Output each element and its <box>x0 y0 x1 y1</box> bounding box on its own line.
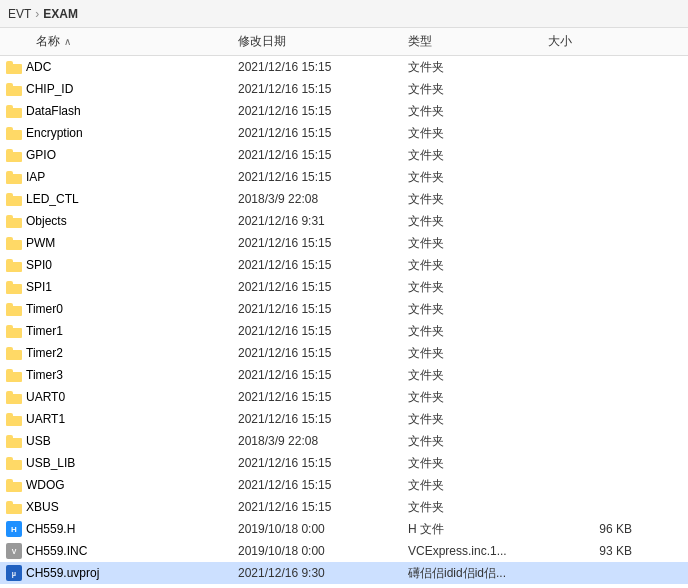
table-row[interactable]: Timer0 2021/12/16 15:15 文件夹 <box>0 298 688 320</box>
cell-type: 文件夹 <box>400 499 540 516</box>
table-row[interactable]: SPI1 2021/12/16 15:15 文件夹 <box>0 276 688 298</box>
col-header-name[interactable]: 名称 ∧ <box>0 33 230 50</box>
folder-icon <box>6 236 22 250</box>
cell-name: Timer0 <box>0 302 230 316</box>
cell-date: 2021/12/16 15:15 <box>230 500 400 514</box>
file-name-label: WDOG <box>26 478 65 492</box>
table-row[interactable]: USB 2018/3/9 22:08 文件夹 <box>0 430 688 452</box>
cell-date: 2021/12/16 15:15 <box>230 412 400 426</box>
cell-type: 文件夹 <box>400 59 540 76</box>
table-row[interactable]: LED_CTL 2018/3/9 22:08 文件夹 <box>0 188 688 210</box>
cell-date: 2021/12/16 9:31 <box>230 214 400 228</box>
file-name-label: XBUS <box>26 500 59 514</box>
table-row[interactable]: DataFlash 2021/12/16 15:15 文件夹 <box>0 100 688 122</box>
breadcrumb-root[interactable]: EVT <box>8 7 31 21</box>
cell-type: 文件夹 <box>400 301 540 318</box>
folder-icon <box>6 148 22 162</box>
cell-type: 文件夹 <box>400 279 540 296</box>
cell-name: Timer3 <box>0 368 230 382</box>
cell-type: VCExpress.inc.1... <box>400 544 540 558</box>
folder-icon <box>6 126 22 140</box>
table-row[interactable]: XBUS 2021/12/16 15:15 文件夹 <box>0 496 688 518</box>
folder-icon <box>6 500 22 514</box>
folder-icon <box>6 368 22 382</box>
cell-name: V CH559.INC <box>0 543 230 559</box>
table-row[interactable]: Timer2 2021/12/16 15:15 文件夹 <box>0 342 688 364</box>
column-headers: 名称 ∧ 修改日期 类型 大小 <box>0 28 688 56</box>
file-name-label: DataFlash <box>26 104 81 118</box>
file-name-label: CHIP_ID <box>26 82 73 96</box>
file-name-label: Timer3 <box>26 368 63 382</box>
table-row[interactable]: μ CH559.uvproj 2021/12/16 9:30 礡侣侣idid侣i… <box>0 562 688 584</box>
table-row[interactable]: Encryption 2021/12/16 15:15 文件夹 <box>0 122 688 144</box>
cell-date: 2021/12/16 15:15 <box>230 280 400 294</box>
cell-name: USB <box>0 434 230 448</box>
folder-icon <box>6 412 22 426</box>
table-row[interactable]: IAP 2021/12/16 15:15 文件夹 <box>0 166 688 188</box>
cell-date: 2021/12/16 15:15 <box>230 236 400 250</box>
file-name-label: GPIO <box>26 148 56 162</box>
cell-date: 2019/10/18 0:00 <box>230 544 400 558</box>
table-row[interactable]: GPIO 2021/12/16 15:15 文件夹 <box>0 144 688 166</box>
col-header-type[interactable]: 类型 <box>400 33 540 50</box>
table-row[interactable]: UART0 2021/12/16 15:15 文件夹 <box>0 386 688 408</box>
table-row[interactable]: ADC 2021/12/16 15:15 文件夹 <box>0 56 688 78</box>
table-row[interactable]: USB_LIB 2021/12/16 15:15 文件夹 <box>0 452 688 474</box>
cell-name: Objects <box>0 214 230 228</box>
cell-type: 文件夹 <box>400 477 540 494</box>
cell-name: UART0 <box>0 390 230 404</box>
cell-type: H 文件 <box>400 521 540 538</box>
folder-icon <box>6 324 22 338</box>
folder-icon <box>6 170 22 184</box>
cell-size: 96 KB <box>540 522 640 536</box>
table-row[interactable]: Timer1 2021/12/16 15:15 文件夹 <box>0 320 688 342</box>
cell-name: UART1 <box>0 412 230 426</box>
file-name-label: PWM <box>26 236 55 250</box>
file-name-label: UART0 <box>26 390 65 404</box>
cell-name: WDOG <box>0 478 230 492</box>
cell-name: XBUS <box>0 500 230 514</box>
cell-type: 文件夹 <box>400 103 540 120</box>
cell-size: 93 KB <box>540 544 640 558</box>
folder-icon <box>6 60 22 74</box>
cell-date: 2021/12/16 15:15 <box>230 390 400 404</box>
cell-date: 2021/12/16 15:15 <box>230 258 400 272</box>
col-header-size[interactable]: 大小 <box>540 33 640 50</box>
cell-name: Timer2 <box>0 346 230 360</box>
file-name-label: Timer2 <box>26 346 63 360</box>
folder-icon <box>6 258 22 272</box>
file-name-label: Timer1 <box>26 324 63 338</box>
file-name-label: Objects <box>26 214 67 228</box>
table-row[interactable]: H CH559.H 2019/10/18 0:00 H 文件 96 KB <box>0 518 688 540</box>
cell-type: 文件夹 <box>400 169 540 186</box>
table-row[interactable]: Timer3 2021/12/16 15:15 文件夹 <box>0 364 688 386</box>
cell-name: IAP <box>0 170 230 184</box>
file-name-label: Encryption <box>26 126 83 140</box>
cell-date: 2021/12/16 15:15 <box>230 324 400 338</box>
cell-type: 文件夹 <box>400 257 540 274</box>
cell-name: SPI1 <box>0 280 230 294</box>
folder-icon <box>6 82 22 96</box>
table-row[interactable]: CHIP_ID 2021/12/16 15:15 文件夹 <box>0 78 688 100</box>
folder-icon <box>6 104 22 118</box>
col-header-date[interactable]: 修改日期 <box>230 33 400 50</box>
table-row[interactable]: V CH559.INC 2019/10/18 0:00 VCExpress.in… <box>0 540 688 562</box>
cell-type: 文件夹 <box>400 323 540 340</box>
table-row[interactable]: WDOG 2021/12/16 15:15 文件夹 <box>0 474 688 496</box>
file-name-label: Timer0 <box>26 302 63 316</box>
folder-icon <box>6 302 22 316</box>
breadcrumb-current: EXAM <box>43 7 78 21</box>
file-name-label: CH559.uvproj <box>26 566 99 580</box>
cell-name: DataFlash <box>0 104 230 118</box>
table-row[interactable]: SPI0 2021/12/16 15:15 文件夹 <box>0 254 688 276</box>
table-row[interactable]: UART1 2021/12/16 15:15 文件夹 <box>0 408 688 430</box>
uvproj-file-icon: μ <box>6 565 22 581</box>
cell-date: 2021/12/16 15:15 <box>230 126 400 140</box>
table-row[interactable]: PWM 2021/12/16 15:15 文件夹 <box>0 232 688 254</box>
table-row[interactable]: Objects 2021/12/16 9:31 文件夹 <box>0 210 688 232</box>
file-name-label: USB <box>26 434 51 448</box>
cell-name: GPIO <box>0 148 230 162</box>
cell-name: Encryption <box>0 126 230 140</box>
cell-date: 2021/12/16 15:15 <box>230 82 400 96</box>
cell-date: 2021/12/16 15:15 <box>230 368 400 382</box>
